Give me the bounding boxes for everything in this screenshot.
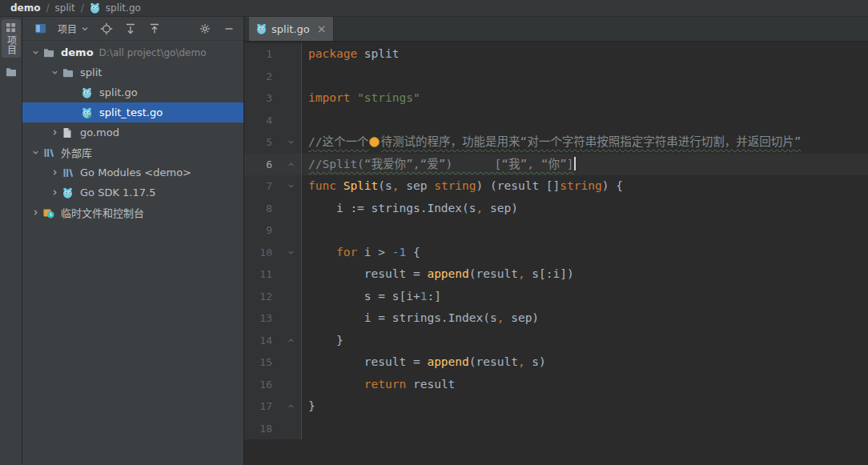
tree-item-scratches-consoles[interactable]: 临时文件和控制台 bbox=[22, 202, 243, 222]
tree-item-split-go[interactable]: split.go bbox=[22, 82, 243, 102]
project-toolbar: 项目 bbox=[22, 17, 243, 41]
tree-item-path: D:\all project\go\demo bbox=[99, 47, 207, 58]
line-number[interactable]: 10 bbox=[244, 242, 281, 264]
line-number[interactable]: 14 bbox=[244, 330, 281, 352]
expand-all-icon[interactable] bbox=[123, 22, 137, 35]
line-number[interactable]: 6 bbox=[244, 154, 281, 176]
line-number[interactable]: 1 bbox=[244, 43, 281, 66]
project-stripe-button[interactable]: 项目 bbox=[2, 19, 21, 58]
tree-item-demo[interactable]: demoD:\all project\go\demo bbox=[22, 42, 243, 62]
main-area: 项目 项目 demoD:\all project\go\demosplitspl… bbox=[0, 17, 868, 465]
fold-end-icon[interactable] bbox=[281, 154, 302, 176]
scratch-icon bbox=[43, 207, 57, 218]
editor-line-1[interactable]: 1package split bbox=[244, 43, 868, 66]
line-number[interactable]: 7 bbox=[244, 175, 281, 198]
code-token: append bbox=[427, 355, 468, 368]
code-token: } bbox=[308, 334, 344, 347]
breadcrumb-folder[interactable]: split bbox=[55, 2, 75, 14]
fold-start-icon[interactable] bbox=[281, 131, 302, 154]
line-number[interactable]: 5 bbox=[244, 131, 281, 154]
line-number[interactable]: 13 bbox=[244, 307, 281, 330]
tree-item-external-libraries[interactable]: 外部库 bbox=[22, 142, 243, 162]
project-view-icon[interactable] bbox=[34, 22, 47, 35]
editor-line-16[interactable]: 16 return result bbox=[244, 374, 868, 396]
code-token: , bbox=[392, 179, 400, 192]
chevron-down-icon[interactable] bbox=[29, 146, 42, 159]
editor-line-2[interactable]: 2 bbox=[244, 66, 868, 88]
breadcrumb-file[interactable]: split.go bbox=[106, 2, 141, 14]
line-number[interactable]: 18 bbox=[244, 418, 281, 440]
chevron-right-icon[interactable] bbox=[48, 126, 61, 139]
settings-gear-icon[interactable] bbox=[198, 22, 211, 35]
chevron-right-icon[interactable] bbox=[48, 166, 61, 179]
left-tool-strip: 项目 bbox=[0, 17, 22, 465]
line-number[interactable]: 4 bbox=[244, 110, 281, 132]
project-view-label[interactable]: 项目 bbox=[58, 22, 77, 35]
editor-line-8[interactable]: 8 i := strings.Index(s, sep) bbox=[244, 198, 868, 220]
chevron-right-icon[interactable] bbox=[29, 206, 42, 219]
fold-start-icon[interactable] bbox=[281, 242, 302, 264]
editor-line-6[interactable]: 6//Split(“我爱你”,“爱”) [“我”, “你”] bbox=[244, 154, 868, 176]
editor-line-14[interactable]: 14 } bbox=[244, 330, 868, 352]
folder-stripe-button[interactable] bbox=[2, 64, 21, 80]
tree-item-label: split_test.go bbox=[99, 106, 163, 118]
fold-gutter bbox=[281, 418, 302, 440]
code-text: s = s[i+1:] bbox=[302, 286, 868, 308]
code-token: -1 bbox=[392, 246, 406, 259]
close-icon[interactable]: × bbox=[317, 23, 327, 34]
breadcrumb: demo / split / split.go bbox=[0, 0, 868, 17]
code-token: :] bbox=[427, 290, 440, 303]
intention-bulb-icon[interactable] bbox=[369, 137, 380, 147]
code-token: return bbox=[364, 378, 406, 391]
editor-line-10[interactable]: 10 for i > -1 { bbox=[244, 242, 868, 264]
line-number[interactable]: 17 bbox=[244, 395, 281, 418]
editor-line-9[interactable]: 9 bbox=[244, 219, 868, 242]
tree-item-go-modules[interactable]: Go Modules <demo> bbox=[22, 162, 243, 182]
collapse-all-icon[interactable] bbox=[147, 22, 161, 35]
code-token: sep bbox=[400, 179, 435, 192]
tree-item-split-test-go[interactable]: split_test.go bbox=[22, 102, 243, 122]
tab-split-go[interactable]: split.go × bbox=[249, 17, 334, 41]
code-token: i = strings.Index(s bbox=[308, 311, 497, 324]
editor-line-17[interactable]: 17} bbox=[244, 395, 868, 418]
tree-item-label: split bbox=[80, 66, 102, 78]
fold-start-icon[interactable] bbox=[281, 175, 302, 198]
code-token: 待测试的程序，功能是用来“对一个字符串按照指定字符串进行切割，并返回切片” bbox=[380, 135, 801, 148]
line-number[interactable]: 2 bbox=[244, 66, 281, 88]
editor-line-4[interactable]: 4 bbox=[244, 110, 868, 132]
code-token: i := strings.Index(s bbox=[308, 202, 476, 214]
line-number[interactable]: 8 bbox=[244, 198, 281, 220]
line-number[interactable]: 3 bbox=[244, 87, 281, 110]
line-number[interactable]: 12 bbox=[244, 286, 281, 308]
editor-line-3[interactable]: 3import "strings" bbox=[244, 87, 868, 110]
chevron-down-icon[interactable] bbox=[81, 25, 89, 33]
editor-line-12[interactable]: 12 s = s[i+1:] bbox=[244, 286, 868, 308]
code-text bbox=[302, 66, 868, 88]
chevron-right-icon[interactable] bbox=[48, 186, 61, 199]
line-number[interactable]: 16 bbox=[244, 374, 281, 396]
fold-end-icon[interactable] bbox=[281, 395, 302, 418]
editor-line-7[interactable]: 7func Split(s, sep string) (result []str… bbox=[244, 175, 868, 198]
hide-panel-icon[interactable] bbox=[222, 22, 235, 35]
fold-end-icon[interactable] bbox=[281, 330, 302, 352]
editor-line-18[interactable]: 18 bbox=[244, 418, 868, 440]
chevron-down-icon[interactable] bbox=[29, 46, 42, 59]
editor-line-5[interactable]: 5//这个一个待测试的程序，功能是用来“对一个字符串按照指定字符串进行切割，并返… bbox=[244, 131, 868, 154]
code-token bbox=[308, 246, 336, 259]
chevron-down-icon[interactable] bbox=[48, 66, 61, 79]
tree-item-go-mod[interactable]: go.mod bbox=[22, 122, 243, 142]
tree-item-split[interactable]: split bbox=[22, 62, 243, 82]
line-number[interactable]: 11 bbox=[244, 263, 281, 286]
line-number[interactable]: 15 bbox=[244, 351, 281, 374]
gopher-icon bbox=[62, 187, 76, 198]
line-number[interactable]: 9 bbox=[244, 219, 281, 242]
tree-item-go-sdk[interactable]: Go SDK 1.17.5 bbox=[22, 182, 243, 202]
editor-line-11[interactable]: 11 result = append(result, s[:i]) bbox=[244, 263, 868, 286]
locate-file-icon[interactable] bbox=[99, 22, 113, 35]
editor-line-15[interactable]: 15 result = append(result, s) bbox=[244, 351, 868, 374]
editor-code[interactable]: 1package split23import "strings"45//这个一个… bbox=[244, 42, 868, 465]
project-stripe-label: 项目 bbox=[6, 35, 17, 54]
breadcrumb-project[interactable]: demo bbox=[10, 2, 40, 14]
editor-line-13[interactable]: 13 i = strings.Index(s, sep) bbox=[244, 307, 868, 330]
code-token: i > bbox=[357, 246, 392, 259]
